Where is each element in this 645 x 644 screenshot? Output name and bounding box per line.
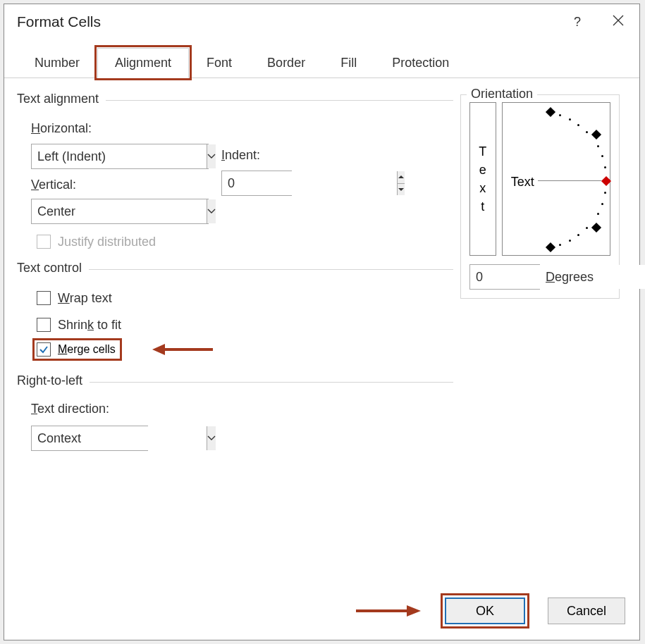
label-indent: Indent: [221,148,260,163]
ok-button[interactable]: OK [445,597,525,624]
combo-text-direction-input[interactable] [32,426,207,450]
group-orientation: Orientation T e x t Text [460,94,620,299]
checkbox-shrink-to-fit[interactable]: Shrink to fit [37,316,121,334]
chevron-down-icon[interactable] [207,199,216,223]
group-label-text-control: Text control [17,261,89,275]
orientation-dial-label: Text [511,175,534,190]
tab-font[interactable]: Font [189,48,250,78]
combo-horizontal[interactable] [31,144,209,169]
group-text-alignment: Text alignment Horizontal: Indent: Verti… [17,92,453,254]
combo-text-direction[interactable] [31,426,148,451]
dialog-body: Text alignment Horizontal: Indent: Verti… [17,80,627,590]
orientation-dial[interactable]: Text [502,102,610,256]
combo-vertical[interactable] [31,199,209,224]
checkbox-icon[interactable] [37,318,51,332]
caret-down-icon[interactable] [398,184,405,196]
caret-up-icon[interactable] [398,171,405,184]
label-degrees: Degrees [546,270,594,285]
annotation-arrow-icon [151,341,214,358]
checkbox-icon[interactable] [37,342,51,357]
group-text-control: Text control Wrap text Shrink to fit Mer… [17,261,453,373]
help-icon[interactable]: ? [563,15,591,30]
group-label-right-to-left: Right-to-left [17,373,90,388]
tab-fill[interactable]: Fill [323,48,374,78]
label-merge-cells: Merge cells [58,343,116,356]
orientation-vertical-text[interactable]: T e x t [469,102,496,256]
tab-number[interactable]: Number [17,48,97,78]
tabs: Number Alignment Font Border Fill Protec… [4,48,639,78]
label-wrap-text: Wrap text [58,291,112,306]
group-right-to-left: Right-to-left Text direction: [17,373,453,458]
title-controls: ? [563,15,632,30]
spinner-degrees[interactable] [469,264,540,290]
titlebar: Format Cells ? [4,4,639,39]
format-cells-dialog: Format Cells ? Number Alignment Font Bor… [4,4,640,640]
combo-horizontal-input[interactable] [32,144,207,168]
chevron-down-icon[interactable] [207,426,216,450]
checkbox-wrap-text[interactable]: Wrap text [37,289,112,307]
annotation-arrow-icon [355,602,422,619]
checkbox-merge-cells[interactable]: Merge cells [32,338,122,361]
tab-border[interactable]: Border [250,48,323,78]
close-icon[interactable] [604,15,632,30]
label-text-direction: Text direction: [31,402,109,416]
label-horizontal: Horizontal: [31,121,92,136]
tab-protection[interactable]: Protection [374,48,467,78]
dialog-footer: OK Cancel [355,593,625,628]
spinner-indent-input[interactable] [222,171,397,195]
spinner-indent[interactable] [221,171,292,196]
cancel-button[interactable]: Cancel [548,597,625,624]
checkbox-icon [37,235,51,249]
combo-vertical-input[interactable] [32,199,207,223]
group-label-text-alignment: Text alignment [17,92,106,106]
group-label-orientation: Orientation [467,87,537,101]
dialog-title: Format Cells [11,13,101,30]
label-vertical: Vertical: [31,178,76,192]
label-justify-distributed: Justify distributed [58,235,156,249]
chevron-down-icon[interactable] [207,144,216,168]
label-shrink-to-fit: Shrink to fit [58,318,121,333]
checkbox-justify-distributed: Justify distributed [37,233,156,251]
tab-alignment[interactable]: Alignment [97,48,189,78]
checkbox-icon[interactable] [37,291,51,305]
